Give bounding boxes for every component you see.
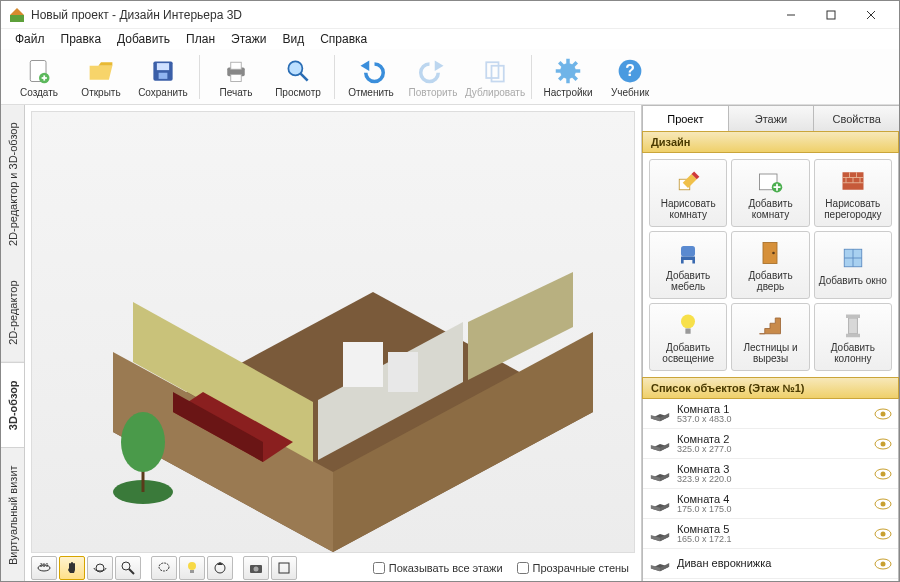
object-row[interactable]: Комната 5165.0 x 172.1 bbox=[643, 519, 898, 549]
titlebar: Новый проект - Дизайн Интерьера 3D bbox=[1, 1, 899, 29]
menu-help[interactable]: Справка bbox=[312, 30, 375, 48]
svg-point-92 bbox=[881, 441, 886, 446]
btn-add-lighting[interactable]: Добавить освещение bbox=[649, 303, 727, 371]
svg-point-97 bbox=[881, 471, 886, 476]
redo-icon bbox=[419, 57, 447, 85]
visibility-eye-icon[interactable] bbox=[874, 407, 892, 421]
view-orbit-button[interactable] bbox=[87, 556, 113, 580]
transparent-walls-checkbox[interactable]: Прозрачные стены bbox=[517, 562, 629, 574]
print-icon bbox=[222, 57, 250, 85]
toolbar-separator bbox=[531, 55, 532, 99]
visibility-eye-icon[interactable] bbox=[874, 497, 892, 511]
show-all-floors-checkbox[interactable]: Показывать все этажи bbox=[373, 562, 503, 574]
room-icon bbox=[649, 555, 671, 573]
object-list-body[interactable]: Комната 1537.0 x 483.0Комната 2325.0 x 2… bbox=[642, 399, 899, 582]
maximize-button[interactable] bbox=[811, 1, 851, 29]
view-reset-button[interactable] bbox=[207, 556, 233, 580]
visibility-eye-icon[interactable] bbox=[874, 437, 892, 451]
btn-add-furniture[interactable]: Добавить мебель bbox=[649, 231, 727, 299]
btn-add-window[interactable]: Добавить окно bbox=[814, 231, 892, 299]
svg-point-16 bbox=[288, 61, 302, 75]
minimize-button[interactable] bbox=[771, 1, 811, 29]
menu-file[interactable]: Файл bbox=[7, 30, 53, 48]
visibility-eye-icon[interactable] bbox=[874, 527, 892, 541]
view-pan-button[interactable] bbox=[59, 556, 85, 580]
vtab-virtual[interactable]: Виртуальный визит bbox=[1, 448, 24, 582]
svg-point-49 bbox=[188, 562, 196, 570]
view-light-button[interactable] bbox=[179, 556, 205, 580]
btn-draw-partition[interactable]: Нарисовать перегородку bbox=[814, 159, 892, 227]
btn-draw-room[interactable]: Нарисовать комнату bbox=[649, 159, 727, 227]
side-tab-floors[interactable]: Этажи bbox=[728, 105, 815, 131]
toolbar-print-button[interactable]: Печать bbox=[206, 51, 266, 103]
svg-rect-79 bbox=[686, 328, 691, 333]
view-fullscreen-button[interactable] bbox=[271, 556, 297, 580]
reset-icon bbox=[212, 560, 228, 576]
menu-add[interactable]: Добавить bbox=[109, 30, 178, 48]
close-button[interactable] bbox=[851, 1, 891, 29]
btn-add-room[interactable]: Добавить комнату bbox=[731, 159, 809, 227]
svg-point-48 bbox=[159, 563, 169, 571]
svg-point-54 bbox=[254, 567, 259, 572]
object-name: Комната 2 bbox=[677, 433, 868, 445]
toolbar-tutorial-button[interactable]: ? Учебник bbox=[600, 51, 660, 103]
vtab-3d[interactable]: 3D-обзор bbox=[1, 363, 24, 448]
object-row[interactable]: Комната 4175.0 x 175.0 bbox=[643, 489, 898, 519]
window-title: Новый проект - Дизайн Интерьера 3D bbox=[31, 8, 771, 22]
menu-plan[interactable]: План bbox=[178, 30, 223, 48]
viewport-3d[interactable]: 360 Показывать все этажи Прозрачные стен… bbox=[25, 105, 641, 582]
objects-section-header: Список объектов (Этаж №1) bbox=[642, 377, 899, 399]
object-row[interactable]: Комната 3323.9 x 220.0 bbox=[643, 459, 898, 489]
svg-point-74 bbox=[773, 251, 776, 254]
toolbar-undo-button[interactable]: Отменить bbox=[341, 51, 401, 103]
visibility-eye-icon[interactable] bbox=[874, 557, 892, 571]
svg-rect-50 bbox=[190, 570, 194, 573]
object-dims: 325.0 x 277.0 bbox=[677, 445, 868, 455]
menu-edit[interactable]: Правка bbox=[53, 30, 110, 48]
btn-stairs[interactable]: Лестницы и вырезы bbox=[731, 303, 809, 371]
svg-line-47 bbox=[129, 569, 134, 574]
svg-rect-81 bbox=[846, 314, 860, 318]
view-selection-button[interactable] bbox=[151, 556, 177, 580]
svg-point-46 bbox=[122, 562, 130, 570]
view-360-button[interactable]: 360 bbox=[31, 556, 57, 580]
menu-floors[interactable]: Этажи bbox=[223, 30, 274, 48]
view-toolbar: 360 Показывать все этажи Прозрачные стен… bbox=[31, 555, 635, 581]
camera-icon bbox=[248, 560, 264, 576]
pencil-room-icon bbox=[674, 167, 702, 195]
object-row[interactable]: Диван еврокнижка bbox=[643, 549, 898, 579]
svg-rect-15 bbox=[231, 74, 242, 81]
menu-view[interactable]: Вид bbox=[274, 30, 312, 48]
object-dims: 175.0 x 175.0 bbox=[677, 505, 868, 515]
toolbar-open-button[interactable]: Открыть bbox=[71, 51, 131, 103]
svg-point-107 bbox=[881, 531, 886, 536]
toolbar-save-button[interactable]: Сохранить bbox=[133, 51, 193, 103]
visibility-eye-icon[interactable] bbox=[874, 467, 892, 481]
toolbar-settings-button[interactable]: Настройки bbox=[538, 51, 598, 103]
toolbar-redo-button[interactable]: Повторить bbox=[403, 51, 463, 103]
side-tab-properties[interactable]: Свойства bbox=[813, 105, 900, 131]
vtab-2d[interactable]: 2D-редактор bbox=[1, 263, 24, 363]
side-tab-project[interactable]: Проект bbox=[642, 105, 729, 131]
toolbar-preview-button[interactable]: Просмотр bbox=[268, 51, 328, 103]
side-tabs: Проект Этажи Свойства bbox=[642, 105, 899, 131]
object-row[interactable]: Комната 1537.0 x 483.0 bbox=[643, 399, 898, 429]
toolbar-separator bbox=[334, 55, 335, 99]
view-zoom-button[interactable] bbox=[115, 556, 141, 580]
btn-add-door[interactable]: Добавить дверь bbox=[731, 231, 809, 299]
svg-marker-90 bbox=[660, 443, 669, 451]
vtab-2d-3d[interactable]: 2D-редактор и 3D-обзор bbox=[1, 105, 24, 263]
object-row[interactable]: Комната 2325.0 x 277.0 bbox=[643, 429, 898, 459]
toolbar-create-button[interactable]: Создать bbox=[9, 51, 69, 103]
object-name: Комната 3 bbox=[677, 463, 868, 475]
help-icon: ? bbox=[616, 57, 644, 85]
scene-3d[interactable] bbox=[31, 111, 635, 553]
view-snapshot-button[interactable] bbox=[243, 556, 269, 580]
btn-add-column[interactable]: Добавить колонну bbox=[814, 303, 892, 371]
svg-marker-85 bbox=[660, 413, 669, 421]
object-list: Список объектов (Этаж №1) Комната 1537.0… bbox=[642, 377, 899, 582]
save-icon bbox=[149, 57, 177, 85]
toolbar-duplicate-button[interactable]: Дублировать bbox=[465, 51, 525, 103]
stairs-icon bbox=[756, 311, 784, 339]
vertical-tabs: 2D-редактор и 3D-обзор 2D-редактор 3D-об… bbox=[1, 105, 25, 582]
